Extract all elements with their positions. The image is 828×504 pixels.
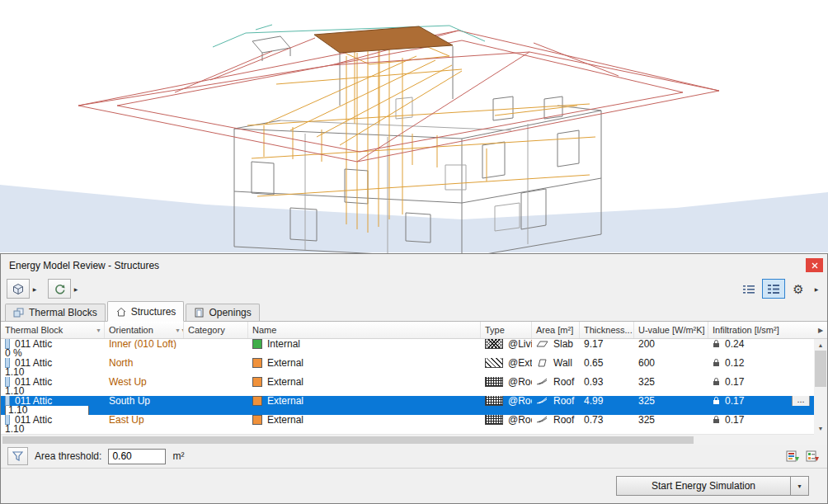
compact-list-view-button[interactable]	[737, 279, 760, 299]
right-arrow-icon: ▶	[818, 327, 823, 334]
area-threshold-input[interactable]	[108, 449, 166, 464]
header-thermal-block[interactable]: Thermal Block	[1, 322, 92, 338]
model-options-arrow[interactable]: ▶	[30, 279, 40, 299]
cell-area: 0.73	[580, 415, 634, 425]
cell-u-value: 0.12	[708, 358, 814, 368]
thermal-blocks-icon	[13, 308, 25, 318]
table-row-selected[interactable]: 011 Attic South Up External @Roof_good	[1, 396, 814, 415]
category-color-swatch	[252, 358, 262, 368]
tab-structures[interactable]: Structures	[107, 301, 185, 322]
category-color-swatch	[252, 339, 262, 349]
structures-house-icon	[115, 307, 127, 317]
lock-icon	[713, 339, 720, 348]
roof-icon	[536, 396, 548, 405]
detailed-list-icon	[767, 284, 780, 294]
infiltration-input[interactable]	[5, 406, 89, 416]
header-scroll-right[interactable]: ▶	[814, 322, 827, 338]
structures-table: Thermal Block ▼ Orientation ▼▼ Category …	[1, 322, 827, 445]
tab-thermal-blocks-label: Thermal Blocks	[29, 307, 97, 318]
cell-name: @Living attic ceiling_poor	[481, 339, 532, 349]
material-hatch-icon	[485, 358, 503, 368]
update-model-button[interactable]	[48, 279, 71, 299]
model-legend-button[interactable]	[804, 448, 821, 464]
dialog-toolbar: ▶ ▶	[1, 276, 827, 301]
settings-button[interactable]: ⚙	[787, 279, 810, 299]
cell-name: @Roof_good	[481, 377, 532, 387]
cell-thermal-block: 011 Attic	[1, 339, 105, 349]
header-thickness[interactable]: Thickness...	[580, 322, 634, 338]
header-type[interactable]: Type	[481, 322, 532, 338]
start-energy-simulation-button[interactable]: Start Energy Simulation	[616, 476, 791, 496]
gear-icon: ⚙	[793, 283, 803, 295]
close-button[interactable]	[806, 258, 823, 272]
funnel-filter-icon	[12, 451, 23, 461]
tab-openings-label: Openings	[209, 307, 251, 318]
header-name[interactable]: Name	[248, 322, 481, 338]
dialog-titlebar[interactable]: Energy Model Review - Structures	[1, 254, 827, 276]
table-row[interactable]: 011 Attic East Up External @Roof_good	[1, 415, 814, 434]
thermal-block-icon	[5, 339, 10, 349]
tab-thermal-blocks[interactable]: Thermal Blocks	[5, 304, 106, 321]
horizontal-scrollbar[interactable]	[1, 434, 814, 445]
cell-category: External	[248, 396, 481, 406]
detailed-list-view-button[interactable]	[762, 279, 785, 299]
cell-name: @Roof_good	[481, 396, 532, 406]
scroll-up-icon[interactable]: ▲	[814, 339, 827, 351]
category-color-swatch	[252, 396, 262, 406]
material-hatch-icon	[485, 415, 503, 425]
energy-model-review-dialog: Energy Model Review - Structures ▶ ▶	[0, 253, 828, 504]
header-u-value[interactable]: U-value [W/m²K]	[634, 322, 708, 338]
3d-model-viewport[interactable]	[0, 0, 828, 253]
header-thermal-block-sort[interactable]: ▼	[92, 322, 105, 338]
vertical-scroll-thumb[interactable]	[815, 351, 826, 387]
vertical-scrollbar[interactable]: ▲ ▼	[814, 339, 827, 434]
settings-options-arrow[interactable]: ▶	[812, 279, 821, 299]
cell-area: 0.93	[580, 377, 634, 387]
cell-type: Roof	[532, 415, 580, 425]
header-area[interactable]: Area [m²]	[532, 322, 580, 338]
thermal-block-icon	[5, 415, 10, 425]
cell-thickness: 325	[634, 377, 708, 387]
model-report-button[interactable]	[784, 448, 801, 464]
cell-u-value: 0.17	[708, 415, 814, 425]
header-orientation-sort[interactable]: ▼▼	[171, 322, 184, 338]
cell-thickness: 325	[634, 396, 708, 406]
start-simulation-dropdown[interactable]: ▼	[791, 476, 809, 496]
cell-area: 9.17	[580, 339, 634, 349]
dialog-tabs: Thermal Blocks Structures Openings	[1, 301, 827, 322]
header-infiltration[interactable]: Infiltration [l/sm²]	[708, 322, 814, 338]
cell-infiltration: 1.10	[1, 387, 105, 397]
cell-thermal-block: 011 Attic	[1, 396, 105, 406]
table-header: Thermal Block ▼ Orientation ▼▼ Category …	[1, 322, 827, 339]
lock-icon	[713, 415, 720, 424]
cell-area: 4.99	[580, 396, 634, 406]
cell-orientation: Inner (010 Loft)	[105, 339, 248, 349]
table-row[interactable]: 011 Attic West Up External @Roof_good	[1, 377, 814, 396]
header-category[interactable]: Category	[184, 322, 248, 338]
tab-openings[interactable]: Openings	[186, 304, 259, 321]
cell-type: Roof	[532, 377, 580, 387]
cell-orientation: West Up	[105, 377, 248, 387]
cell-u-value: 0.17 ...	[708, 396, 814, 406]
cell-type: Roof	[532, 396, 580, 406]
header-orientation[interactable]: Orientation	[105, 322, 171, 338]
3d-wireframe-drawing[interactable]	[0, 0, 828, 253]
cell-area: 0.65	[580, 358, 634, 368]
cell-name: @Roof_good	[481, 415, 532, 425]
horizontal-scroll-thumb[interactable]	[2, 436, 694, 444]
update-options-arrow[interactable]: ▶	[71, 279, 81, 299]
table-row[interactable]: 011 Attic North External @External Wall_…	[1, 358, 814, 377]
cell-name: @External Wall_good	[481, 358, 532, 368]
cell-thickness: 200	[634, 339, 708, 349]
show-3d-model-button[interactable]	[7, 279, 30, 299]
cell-thermal-block: 011 Attic	[1, 377, 105, 387]
area-filter-button[interactable]	[7, 447, 28, 465]
openings-door-icon	[194, 308, 205, 318]
u-value-browse-button[interactable]: ...	[792, 396, 810, 406]
slab-icon	[536, 339, 548, 348]
cell-orientation: South Up	[105, 396, 248, 406]
cell-type: Slab	[532, 339, 580, 349]
table-row[interactable]: 011 Attic Inner (010 Loft) Internal @Liv…	[1, 339, 814, 358]
material-hatch-icon	[485, 396, 503, 406]
scroll-down-icon[interactable]: ▼	[814, 422, 827, 434]
